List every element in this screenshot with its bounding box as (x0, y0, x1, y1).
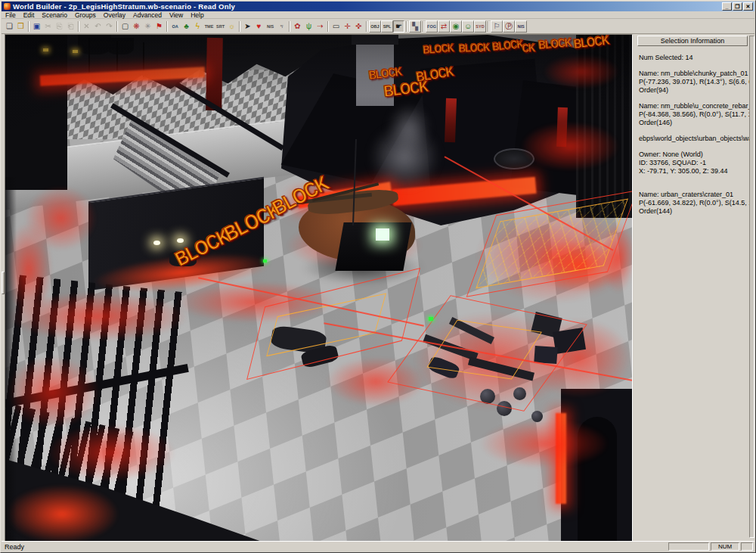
redo-icon[interactable]: ↷ (104, 20, 115, 33)
green-marker (263, 259, 267, 263)
save-icon[interactable]: ▣ (31, 20, 42, 33)
fog-toggle[interactable]: FOG (426, 20, 438, 33)
arrows-icon[interactable]: ⇄ (438, 20, 450, 33)
panel-scrollbar[interactable] (749, 36, 754, 538)
selection-info-line: ebps\world_objects\urban_objects\walls\w… (639, 135, 749, 143)
window-icon[interactable]: ▭ (330, 20, 342, 33)
menu-file[interactable]: File (2, 11, 20, 19)
toolbar-separator (239, 21, 240, 32)
cross-move-icon[interactable]: ✛ (342, 20, 353, 33)
flag-icon[interactable]: ⚑ (153, 20, 165, 33)
undo-icon[interactable]: ↶ (92, 20, 104, 33)
red-overlay (480, 419, 609, 468)
checker-toggle[interactable]: ▚ (409, 20, 421, 33)
new-file-icon[interactable]: ❏ (4, 20, 15, 33)
obj-toggle[interactable]: OBJ (369, 20, 381, 33)
cut-icon[interactable]: ✂ (42, 20, 54, 33)
yellow-light (73, 50, 78, 53)
panel-line-gap (639, 95, 749, 102)
glowing-window (376, 228, 389, 241)
selection-info-line: Order(144) (639, 207, 749, 216)
jump-arrow-icon[interactable]: ⇢ (314, 20, 326, 33)
toolbar-separator (116, 21, 118, 32)
tree-icon[interactable]: ♣ (181, 20, 192, 33)
panel-line-gap (639, 176, 749, 183)
status-cell-empty-2 (741, 542, 753, 551)
title-bar[interactable]: World Builder - 2p_LegisHighStratum.wb-s… (2, 2, 754, 11)
person-icon[interactable]: ☺ (462, 20, 474, 33)
block-text-label: BLOCK (423, 42, 454, 55)
panel-line-gap (639, 183, 749, 191)
selection-info-panel: Selection Information Num Selected: 14Na… (634, 34, 756, 542)
toolbar-separator (423, 21, 424, 32)
menu-edit[interactable]: Edit (20, 11, 39, 19)
toolbar-separator (366, 21, 367, 32)
block-text-label: CK (522, 42, 534, 54)
airbrush-icon[interactable]: ✳ (142, 20, 153, 33)
toolbar-separator (406, 21, 407, 32)
close-button[interactable]: ✕ (743, 2, 753, 11)
red-overlay (47, 424, 175, 481)
selection-info-header[interactable]: Selection Information (637, 36, 748, 46)
map-viewport[interactable]: BLOCKBLOCKBLOCKCKBLOCKBLOCKBLOCKBLOCKBLO… (5, 34, 633, 542)
barrel (531, 411, 543, 422)
pushpin-icon[interactable]: ✿ (292, 20, 303, 33)
window-controls: _ ❐ ✕ (722, 2, 753, 11)
menu-scenario[interactable]: Scenario (38, 11, 71, 19)
panel-title: Selection Information (661, 37, 725, 45)
nis-camera-icon[interactable]: NIS (515, 20, 527, 33)
block-text-label: BLOCK (491, 38, 523, 52)
menu-help[interactable]: Help (187, 11, 207, 19)
red-overlay (521, 122, 619, 171)
selection-info-line: Owner: None (World) (639, 151, 749, 159)
menu-groups[interactable]: Groups (71, 11, 100, 19)
menu-overlay[interactable]: Overlay (100, 11, 129, 19)
toolbar-separator (488, 21, 489, 32)
dark-slab (335, 222, 411, 271)
delete-icon[interactable]: ✕ (81, 20, 92, 33)
green-marker (429, 317, 433, 321)
red-overlay (5, 356, 100, 428)
status-cells: NUM (668, 542, 754, 551)
globe-icon[interactable]: ◉ (450, 20, 462, 33)
world-builder-window: World Builder - 2p_LegisHighStratum.wb-s… (0, 0, 756, 553)
minimize-button[interactable]: _ (722, 2, 732, 11)
player-icon[interactable]: Ⓟ (503, 20, 515, 33)
open-folder-icon[interactable]: ❒ (15, 20, 26, 33)
srt-icon[interactable]: SRT (215, 20, 226, 33)
smoke (388, 104, 430, 151)
selection-info-line: Num Selected: 14 (639, 54, 749, 62)
panel-splitter-handle[interactable] (2, 272, 5, 294)
status-cell-num-lock: NUM (711, 542, 739, 551)
heart-icon[interactable]: ♥ (253, 20, 265, 33)
marquee-select-icon[interactable]: ▢ (119, 20, 131, 33)
scatter-icon[interactable]: ❋ (131, 20, 142, 33)
panel-line-gap (639, 127, 749, 135)
spl-toggle[interactable]: SPL (381, 20, 393, 33)
paste-icon[interactable]: ⎗ (65, 20, 76, 33)
bolt-icon[interactable]: ϟ (192, 20, 203, 33)
red-overlay (5, 485, 119, 542)
red-banner (445, 98, 457, 142)
status-bar: Ready NUM (2, 541, 754, 551)
oa-marker-icon[interactable]: OA (169, 20, 181, 33)
flag-blue-icon[interactable]: ⚐ (491, 20, 503, 33)
copy-icon[interactable]: ⎘ (54, 20, 65, 33)
red-overlay (544, 54, 619, 89)
selection-info-body: Num Selected: 14Name: nm_rubble\chunky_p… (639, 54, 749, 216)
selection-info-line: ID: 33766, SQUAD: -1 (639, 159, 749, 167)
menu-advanced[interactable]: Advanced (129, 11, 166, 19)
menu-view[interactable]: View (166, 11, 187, 19)
restore-button[interactable]: ❐ (733, 2, 742, 11)
squad-icon[interactable]: SYD (474, 20, 486, 33)
lightbulb-icon[interactable]: ☼ (226, 20, 237, 33)
nis-icon[interactable]: NIS (265, 20, 276, 33)
pointer-toggle[interactable]: ☛ (393, 20, 404, 33)
toolbar-separator (289, 21, 290, 32)
tme-icon[interactable]: TME (203, 20, 215, 33)
marks-icon[interactable]: */ (276, 20, 287, 33)
grass-icon[interactable]: ψ (303, 20, 314, 33)
pen-icon[interactable]: ➤ (242, 20, 253, 33)
cross-rotate-icon[interactable]: ✜ (353, 20, 364, 33)
menu-bar: FileEditScenarioGroupsOverlayAdvancedVie… (2, 11, 754, 19)
